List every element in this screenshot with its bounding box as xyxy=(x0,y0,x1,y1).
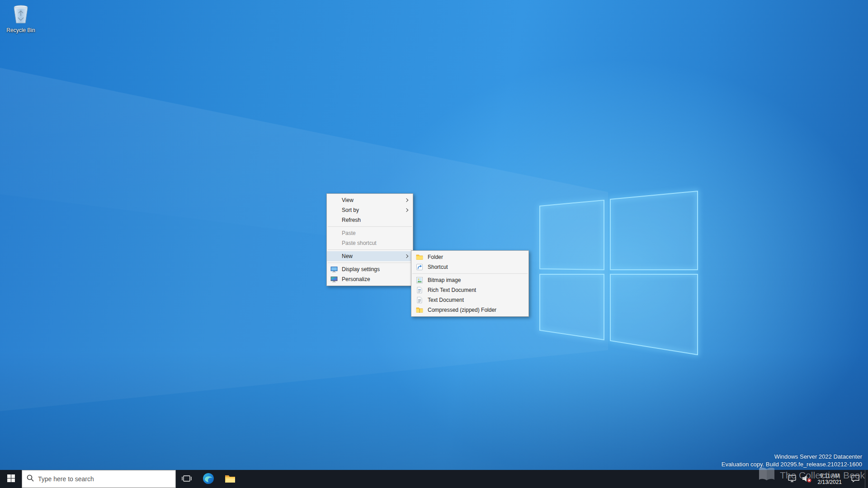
new-submenu: Folder Shortcut Bitmap xyxy=(411,250,529,317)
display-settings-icon xyxy=(330,266,338,273)
recycle-bin-desktop-icon[interactable]: Recycle Bin xyxy=(4,4,38,33)
volume-tray-button[interactable] xyxy=(799,470,814,488)
desktop-context-menu: View Sort by Refresh Paste Paste shortcu… xyxy=(326,193,413,286)
version-line-2: Evaluation copy. Build 20295.fe_release.… xyxy=(722,460,862,468)
personalize-icon xyxy=(330,276,338,283)
recycle-bin-label: Recycle Bin xyxy=(6,27,35,33)
menu-item-label: Refresh xyxy=(342,217,361,223)
menu-separator xyxy=(328,249,412,250)
windows-version-text: Windows Server 2022 Datacenter Evaluatio… xyxy=(722,453,862,468)
taskbar: 9:11 AM 2/13/2021 xyxy=(0,470,868,488)
menu-item-paste-shortcut[interactable]: Paste shortcut xyxy=(327,238,413,248)
menu-item-label: Folder xyxy=(428,254,443,260)
version-line-1: Windows Server 2022 Datacenter xyxy=(722,453,862,460)
menu-item-label: New xyxy=(342,253,353,259)
file-explorer-icon xyxy=(224,473,236,486)
submenu-chevron-icon xyxy=(405,254,408,258)
menu-item-new[interactable]: New xyxy=(327,251,413,261)
windows-desktop-screen: Recycle Bin Windows Server 2022 Datacent… xyxy=(0,0,868,488)
action-center-icon xyxy=(850,474,860,485)
new-folder-icon xyxy=(416,253,423,261)
clock-time: 9:11 AM xyxy=(818,473,842,479)
menu-item-label: Rich Text Document xyxy=(428,287,476,293)
recycle-bin-icon xyxy=(11,4,31,26)
menu-item-paste[interactable]: Paste xyxy=(327,228,413,238)
submenu-item-text-document[interactable]: Text Document xyxy=(411,295,528,305)
menu-separator xyxy=(328,263,412,263)
menu-item-label: Personalize xyxy=(342,276,370,282)
submenu-item-folder[interactable]: Folder xyxy=(411,252,528,262)
bitmap-image-icon xyxy=(416,277,423,284)
clock-date: 2/13/2021 xyxy=(818,479,842,485)
menu-item-view[interactable]: View xyxy=(327,195,413,205)
menu-item-sort-by[interactable]: Sort by xyxy=(327,205,413,215)
menu-item-label: Bitmap image xyxy=(428,277,461,283)
show-desktop-button[interactable] xyxy=(865,470,868,488)
submenu-item-rich-text-document[interactable]: Rich Text Document xyxy=(411,285,528,295)
submenu-item-compressed-folder[interactable]: Compressed (zipped) Folder xyxy=(411,305,528,315)
edge-browser-button[interactable] xyxy=(198,470,219,488)
network-tray-button[interactable] xyxy=(785,470,799,488)
search-icon xyxy=(26,474,34,484)
rich-text-document-icon xyxy=(416,286,423,294)
menu-item-label: Text Document xyxy=(428,297,464,303)
menu-item-display-settings[interactable]: Display settings xyxy=(327,264,413,274)
menu-item-refresh[interactable]: Refresh xyxy=(327,215,413,225)
submenu-chevron-icon xyxy=(405,208,408,212)
zipped-folder-icon xyxy=(416,306,423,314)
taskbar-search-box[interactable] xyxy=(22,470,176,488)
volume-muted-icon xyxy=(801,474,812,485)
menu-item-personalize[interactable]: Personalize xyxy=(327,274,413,284)
start-icon xyxy=(7,474,15,483)
menu-item-label: View xyxy=(342,197,354,203)
task-view-button[interactable] xyxy=(176,470,198,488)
system-tray: 9:11 AM 2/13/2021 xyxy=(785,470,868,488)
menu-item-label: Sort by xyxy=(342,207,359,213)
menu-separator xyxy=(412,273,528,274)
menu-item-label: Shortcut xyxy=(428,264,448,270)
menu-item-label: Display settings xyxy=(342,266,380,272)
menu-item-label: Paste xyxy=(342,230,356,236)
edge-icon xyxy=(203,473,214,486)
windows-logo-wallpaper xyxy=(0,0,868,488)
submenu-item-shortcut[interactable]: Shortcut xyxy=(411,262,528,272)
submenu-chevron-icon xyxy=(405,198,408,202)
menu-item-label: Compressed (zipped) Folder xyxy=(428,307,496,313)
taskbar-clock[interactable]: 9:11 AM 2/13/2021 xyxy=(814,470,846,488)
task-view-icon xyxy=(181,473,192,485)
search-input[interactable] xyxy=(38,475,171,483)
network-icon xyxy=(787,474,797,485)
action-center-button[interactable] xyxy=(846,470,865,488)
submenu-item-bitmap-image[interactable]: Bitmap image xyxy=(411,275,528,285)
menu-item-label: Paste shortcut xyxy=(342,240,377,246)
file-explorer-button[interactable] xyxy=(219,470,241,488)
menu-separator xyxy=(328,226,412,227)
new-shortcut-icon xyxy=(416,263,423,271)
text-document-icon xyxy=(416,296,423,304)
start-button[interactable] xyxy=(0,470,22,488)
desktop-wallpaper[interactable] xyxy=(0,0,868,488)
